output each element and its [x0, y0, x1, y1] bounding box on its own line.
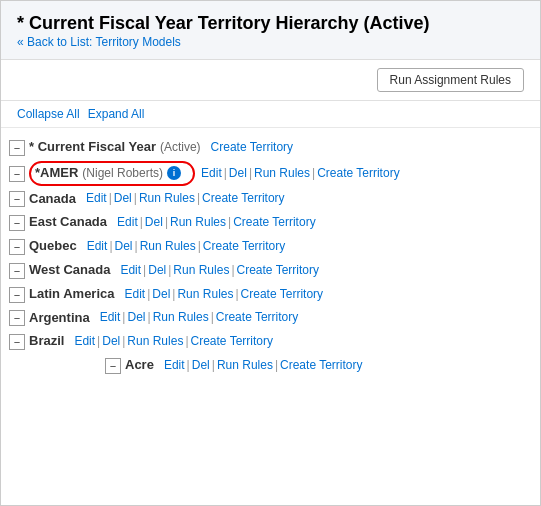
east-canada-run-rules-link[interactable]: Run Rules [170, 215, 226, 229]
tree-node-root: − * Current Fiscal Year (Active) Create … [9, 137, 532, 158]
collapse-latin-america-button[interactable]: − [9, 287, 25, 303]
toolbar: Run Assignment Rules [1, 60, 540, 101]
run-assignment-rules-button[interactable]: Run Assignment Rules [377, 68, 524, 92]
tree-node-amer: − *AMER (Nigel Roberts) i Edit|Del|Run R… [9, 161, 532, 186]
tree-controls: Collapse All Expand All [1, 101, 540, 128]
west-canada-label: West Canada [29, 260, 110, 281]
amer-actions: Edit|Del|Run Rules|Create Territory [201, 164, 400, 183]
brazil-edit-link[interactable]: Edit [74, 334, 95, 348]
quebec-label: Quebec [29, 236, 77, 257]
amer-del-link[interactable]: Del [229, 166, 247, 180]
amer-highlight-badge: *AMER (Nigel Roberts) i [29, 161, 195, 186]
tree-node-quebec: − Quebec Edit|Del|Run Rules|Create Terri… [9, 236, 532, 257]
acre-actions: Edit|Del|Run Rules|Create Territory [164, 356, 363, 375]
brazil-label: Brazil [29, 331, 64, 352]
amer-meta: (Nigel Roberts) [82, 164, 163, 183]
collapse-east-canada-button[interactable]: − [9, 215, 25, 231]
argentina-node-content: Argentina Edit|Del|Run Rules|Create Terr… [29, 308, 298, 329]
canada-run-rules-link[interactable]: Run Rules [139, 191, 195, 205]
east-canada-node-content: East Canada Edit|Del|Run Rules|Create Te… [29, 212, 316, 233]
root-actions: Create Territory [211, 138, 293, 157]
tree-node-latin-america: − Latin America Edit|Del|Run Rules|Creat… [9, 284, 532, 305]
acre-label: Acre [125, 355, 154, 376]
argentina-del-link[interactable]: Del [127, 310, 145, 324]
collapse-acre-button[interactable]: − [105, 358, 121, 374]
root-label: * Current Fiscal Year [29, 137, 156, 158]
back-to-list-link[interactable]: « Back to List: Territory Models [17, 35, 181, 49]
west-canada-node-content: West Canada Edit|Del|Run Rules|Create Te… [29, 260, 319, 281]
canada-create-territory-link[interactable]: Create Territory [202, 191, 284, 205]
acre-del-link[interactable]: Del [192, 358, 210, 372]
collapse-west-canada-button[interactable]: − [9, 263, 25, 279]
quebec-actions: Edit|Del|Run Rules|Create Territory [87, 237, 286, 256]
acre-node-content: Acre Edit|Del|Run Rules|Create Territory [125, 355, 363, 376]
tree-node-argentina: − Argentina Edit|Del|Run Rules|Create Te… [9, 308, 532, 329]
collapse-all-link[interactable]: Collapse All [17, 107, 80, 121]
argentina-create-territory-link[interactable]: Create Territory [216, 310, 298, 324]
latin-america-create-territory-link[interactable]: Create Territory [241, 287, 323, 301]
brazil-node-content: Brazil Edit|Del|Run Rules|Create Territo… [29, 331, 273, 352]
amer-node-content: *AMER (Nigel Roberts) i Edit|Del|Run Rul… [29, 161, 400, 186]
east-canada-edit-link[interactable]: Edit [117, 215, 138, 229]
west-canada-run-rules-link[interactable]: Run Rules [173, 263, 229, 277]
acre-edit-link[interactable]: Edit [164, 358, 185, 372]
acre-create-territory-link[interactable]: Create Territory [280, 358, 362, 372]
brazil-create-territory-link[interactable]: Create Territory [191, 334, 273, 348]
brazil-del-link[interactable]: Del [102, 334, 120, 348]
page-title: * Current Fiscal Year Territory Hierarch… [17, 13, 524, 34]
latin-america-actions: Edit|Del|Run Rules|Create Territory [125, 285, 324, 304]
root-create-territory-link[interactable]: Create Territory [211, 140, 293, 154]
argentina-label: Argentina [29, 308, 90, 329]
canada-del-link[interactable]: Del [114, 191, 132, 205]
amer-run-rules-link[interactable]: Run Rules [254, 166, 310, 180]
canada-edit-link[interactable]: Edit [86, 191, 107, 205]
tree-node-west-canada: − West Canada Edit|Del|Run Rules|Create … [9, 260, 532, 281]
west-canada-actions: Edit|Del|Run Rules|Create Territory [120, 261, 319, 280]
argentina-run-rules-link[interactable]: Run Rules [153, 310, 209, 324]
quebec-create-territory-link[interactable]: Create Territory [203, 239, 285, 253]
tree-node-acre: − Acre Edit|Del|Run Rules|Create Territo… [105, 355, 532, 376]
page-header: * Current Fiscal Year Territory Hierarch… [1, 1, 540, 60]
argentina-edit-link[interactable]: Edit [100, 310, 121, 324]
expand-all-link[interactable]: Expand All [88, 107, 145, 121]
quebec-run-rules-link[interactable]: Run Rules [140, 239, 196, 253]
collapse-amer-button[interactable]: − [9, 166, 25, 182]
amer-create-territory-link[interactable]: Create Territory [317, 166, 399, 180]
acre-run-rules-link[interactable]: Run Rules [217, 358, 273, 372]
tree-container: − * Current Fiscal Year (Active) Create … [1, 128, 540, 385]
east-canada-actions: Edit|Del|Run Rules|Create Territory [117, 213, 316, 232]
tree-node-east-canada: − East Canada Edit|Del|Run Rules|Create … [9, 212, 532, 233]
canada-actions: Edit|Del|Run Rules|Create Territory [86, 189, 285, 208]
collapse-brazil-button[interactable]: − [9, 334, 25, 350]
latin-america-label: Latin America [29, 284, 115, 305]
argentina-actions: Edit|Del|Run Rules|Create Territory [100, 308, 299, 327]
latin-america-node-content: Latin America Edit|Del|Run Rules|Create … [29, 284, 323, 305]
root-node-content: * Current Fiscal Year (Active) Create Te… [29, 137, 293, 158]
amer-edit-link[interactable]: Edit [201, 166, 222, 180]
east-canada-del-link[interactable]: Del [145, 215, 163, 229]
collapse-root-button[interactable]: − [9, 140, 25, 156]
latin-america-del-link[interactable]: Del [152, 287, 170, 301]
tree-node-canada: − Canada Edit|Del|Run Rules|Create Terri… [9, 189, 532, 210]
latin-america-run-rules-link[interactable]: Run Rules [177, 287, 233, 301]
canada-label: Canada [29, 189, 76, 210]
west-canada-del-link[interactable]: Del [148, 263, 166, 277]
collapse-argentina-button[interactable]: − [9, 310, 25, 326]
quebec-del-link[interactable]: Del [115, 239, 133, 253]
amer-label: *AMER [35, 163, 78, 184]
brazil-run-rules-link[interactable]: Run Rules [127, 334, 183, 348]
collapse-canada-button[interactable]: − [9, 191, 25, 207]
root-meta: (Active) [160, 138, 201, 157]
collapse-quebec-button[interactable]: − [9, 239, 25, 255]
canada-node-content: Canada Edit|Del|Run Rules|Create Territo… [29, 189, 285, 210]
amer-info-icon[interactable]: i [167, 166, 181, 180]
west-canada-create-territory-link[interactable]: Create Territory [237, 263, 319, 277]
brazil-actions: Edit|Del|Run Rules|Create Territory [74, 332, 273, 351]
west-canada-edit-link[interactable]: Edit [120, 263, 141, 277]
quebec-edit-link[interactable]: Edit [87, 239, 108, 253]
east-canada-label: East Canada [29, 212, 107, 233]
tree-node-brazil: − Brazil Edit|Del|Run Rules|Create Terri… [9, 331, 532, 352]
latin-america-edit-link[interactable]: Edit [125, 287, 146, 301]
quebec-node-content: Quebec Edit|Del|Run Rules|Create Territo… [29, 236, 285, 257]
east-canada-create-territory-link[interactable]: Create Territory [233, 215, 315, 229]
